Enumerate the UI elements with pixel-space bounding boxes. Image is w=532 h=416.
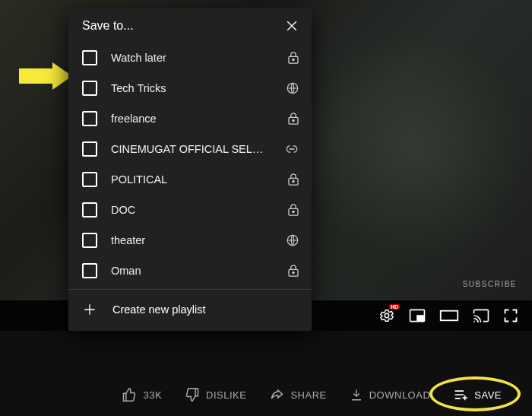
playlist-checkbox[interactable] [82,111,97,126]
subscribe-button[interactable]: SUBSCRIBE [463,280,517,288]
svg-point-10 [293,180,294,182]
playlist-checkbox[interactable] [82,172,97,187]
playlist-checkbox[interactable] [82,233,97,248]
privacy-public-icon [286,233,299,247]
privacy-private-icon [287,112,299,125]
save-to-dialog: Save to... Watch laterTech Tricksfreelan… [68,8,312,331]
hd-badge: HD [389,304,400,310]
download-button[interactable]: DOWNLOAD [350,387,431,402]
playlist-row[interactable]: Watch later [68,43,312,73]
playlist-row[interactable]: theater [68,225,312,256]
playlist-name: POLITICAL [111,173,274,186]
privacy-private-icon [287,173,299,186]
playlist-checkbox[interactable] [82,50,97,65]
playlist-name: freelance [111,113,274,125]
below-player-area [0,331,532,416]
svg-rect-2 [417,316,423,320]
playlist-row[interactable]: POLITICAL [68,164,312,195]
save-label: SAVE [474,389,502,401]
like-count: 33K [143,389,162,401]
svg-point-15 [293,272,294,273]
privacy-unlisted-icon [284,144,299,154]
create-playlist-label: Create new playlist [112,303,206,316]
create-playlist-button[interactable]: Create new playlist [68,290,312,331]
share-button[interactable]: SHARE [269,387,326,402]
dislike-button[interactable]: DISLIKE [185,387,246,402]
playlist-checkbox[interactable] [82,263,97,278]
playlist-row[interactable]: DOC [68,195,312,225]
playlist-row[interactable]: Oman [68,256,312,286]
share-label: SHARE [290,389,326,401]
dialog-title: Save to... [82,19,134,33]
action-row: 33K DISLIKE SHARE DOWNLOAD SAVE [0,387,532,402]
playlist-checkbox[interactable] [82,202,97,218]
fullscreen-icon[interactable] [503,308,518,323]
playlist-name: CINEMUGAT OFFICIAL SELECTION [111,143,271,155]
playlist-row[interactable]: Tech Tricks [68,73,312,103]
playlist-row[interactable]: freelance [68,103,312,134]
like-button[interactable]: 33K [122,387,162,402]
dislike-label: DISLIKE [206,389,246,401]
playlist-row[interactable]: CINEMUGAT OFFICIAL SELECTION [68,134,312,164]
svg-point-0 [385,313,389,318]
playlist-name: DOC [111,204,274,216]
plus-icon [82,302,97,317]
svg-point-12 [293,211,294,212]
playlist-checkbox[interactable] [82,81,97,96]
privacy-private-icon [287,51,299,65]
close-icon[interactable] [284,18,299,33]
theater-mode-icon[interactable] [439,309,459,322]
playlist-name: Watch later [111,52,274,64]
privacy-public-icon [286,81,299,95]
playlist-name: Oman [111,265,274,277]
playlist-name: Tech Tricks [111,82,272,94]
privacy-private-icon [287,203,299,217]
svg-point-8 [293,119,294,121]
download-label: DOWNLOAD [369,389,431,401]
svg-point-5 [293,59,294,60]
svg-rect-3 [441,311,458,321]
playlist-name: theater [111,234,272,246]
save-button[interactable]: SAVE [453,388,502,402]
miniplayer-icon[interactable] [409,309,426,322]
cast-icon[interactable] [473,309,489,322]
playlist-checkbox[interactable] [82,141,97,157]
privacy-private-icon [287,264,299,278]
settings-icon[interactable]: HD [378,307,395,324]
